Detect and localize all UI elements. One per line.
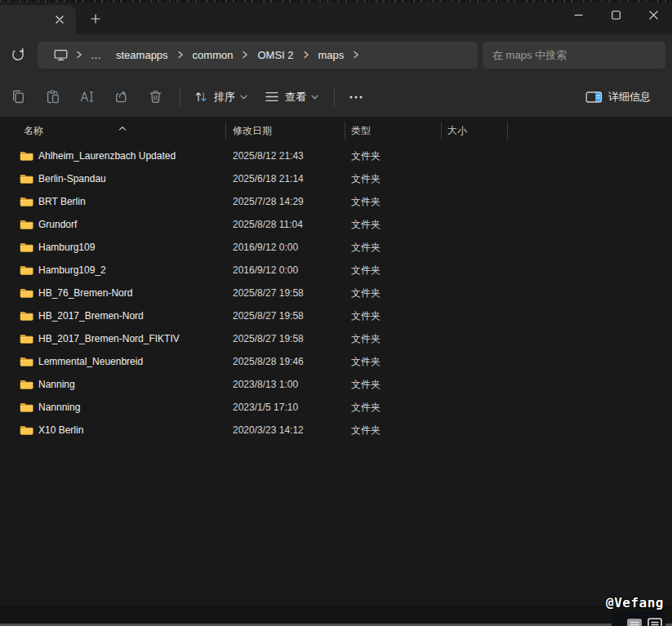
file-name-cell: X10 Berlin — [20, 419, 226, 442]
file-size — [442, 350, 508, 373]
file-name: Hamburg109 — [38, 242, 95, 253]
refresh-icon — [11, 47, 25, 62]
folder-icon — [20, 333, 33, 344]
file-name: Nannning — [38, 402, 80, 413]
refresh-button[interactable] — [5, 42, 31, 68]
breadcrumb-common[interactable]: common — [185, 46, 241, 64]
command-bar: 排序 查看 详细信息 — [0, 77, 672, 117]
file-size — [442, 396, 508, 419]
breadcrumb-overflow[interactable]: … — [84, 49, 109, 61]
file-row[interactable]: HB_2017_Bremen-Nord_FIKTIV 2025/8/27 19:… — [0, 327, 672, 350]
file-name-cell: Nannning — [20, 396, 226, 419]
title-bar — [0, 2, 672, 34]
file-row[interactable]: Lemmental_Neuenbreid 2025/8/28 19:46 文件夹 — [0, 350, 672, 373]
file-type: 文件夹 — [345, 213, 442, 236]
file-name: Hamburg109_2 — [38, 264, 106, 276]
file-row[interactable]: Ahlheim_Laurenzbach Updated 2025/8/12 21… — [0, 144, 672, 167]
breadcrumb-chevron[interactable] — [176, 51, 185, 59]
file-type: 文件夹 — [345, 259, 442, 282]
folder-icon — [20, 379, 33, 390]
file-size — [442, 327, 508, 350]
sort-button[interactable]: 排序 — [189, 82, 252, 112]
chevron-right-icon — [76, 51, 82, 59]
delete-button[interactable] — [142, 82, 169, 112]
column-header-type[interactable]: 类型 — [345, 118, 442, 143]
folder-icon — [20, 287, 33, 299]
file-row[interactable]: HB_2017_Bremen-Nord 2025/8/27 19:58 文件夹 — [0, 304, 672, 327]
file-name: Berlin-Spandau — [38, 173, 106, 184]
file-name: HB_76_Bremen-Nord — [38, 287, 132, 299]
file-row[interactable]: X10 Berlin 2020/3/23 14:12 文件夹 — [0, 419, 672, 442]
file-date-modified: 2023/8/13 1:00 — [226, 373, 345, 396]
copy-icon — [10, 88, 27, 105]
column-header-date-modified[interactable]: 修改日期 — [226, 118, 345, 143]
breadcrumb-device[interactable] — [47, 46, 74, 64]
column-header-name[interactable]: 名称 — [20, 118, 226, 143]
copy-button[interactable] — [5, 82, 32, 112]
details-pane-icon — [585, 91, 603, 104]
new-tab-button[interactable] — [84, 7, 107, 30]
file-name-cell: BRT Berlin — [20, 190, 226, 213]
file-name: Nanning — [38, 379, 75, 390]
file-name-cell: Berlin-Spandau — [20, 167, 226, 190]
address-breadcrumb-bar[interactable]: … steamapps common OMSI 2 maps — [38, 42, 478, 69]
close-icon — [56, 16, 64, 24]
breadcrumb-steamapps[interactable]: steamapps — [109, 46, 176, 64]
file-row[interactable]: Hamburg109_2 2016/9/12 0:00 文件夹 — [0, 259, 672, 282]
folder-icon — [20, 173, 33, 184]
maximize-button[interactable] — [597, 1, 634, 29]
minimize-button[interactable] — [559, 1, 597, 29]
file-name-cell: Ahlheim_Laurenzbach Updated — [20, 144, 226, 167]
breadcrumb-chevron[interactable] — [301, 51, 311, 59]
file-type: 文件夹 — [345, 236, 442, 259]
file-row[interactable]: Nanning 2023/8/13 1:00 文件夹 — [0, 373, 672, 396]
details-pane-button[interactable]: 详细信息 — [581, 82, 661, 112]
file-size — [442, 419, 508, 442]
folder-icon — [20, 196, 33, 207]
file-type: 文件夹 — [345, 396, 442, 419]
search-input[interactable] — [483, 42, 665, 69]
file-name-cell: Nanning — [20, 373, 226, 396]
file-name: Lemmental_Neuenbreid — [38, 356, 143, 367]
file-type: 文件夹 — [345, 304, 442, 327]
column-header-size[interactable]: 大小 — [442, 118, 508, 143]
file-type: 文件夹 — [345, 350, 442, 373]
status-bar — [0, 606, 672, 624]
file-row[interactable]: Hamburg109 2016/9/12 0:00 文件夹 — [0, 236, 672, 259]
tab-close-button[interactable] — [51, 11, 69, 29]
chevron-right-icon — [242, 51, 248, 59]
breadcrumb-omsi2[interactable]: OMSI 2 — [250, 46, 300, 64]
file-row[interactable]: Berlin-Spandau 2025/6/18 21:14 文件夹 — [0, 167, 672, 190]
folder-icon — [20, 310, 33, 322]
file-row[interactable]: Nannning 2023/1/5 17:10 文件夹 — [0, 396, 672, 419]
paste-button[interactable] — [39, 82, 66, 112]
share-button[interactable] — [108, 82, 135, 112]
breadcrumb-chevron[interactable] — [74, 51, 84, 59]
breadcrumb-chevron[interactable] — [351, 51, 361, 59]
folder-icon — [20, 219, 33, 230]
folder-icon — [20, 150, 33, 162]
breadcrumb-maps[interactable]: maps — [311, 46, 352, 64]
explorer-tab[interactable] — [0, 5, 76, 34]
close-window-button[interactable] — [634, 1, 672, 29]
chevron-right-icon — [177, 51, 184, 59]
folder-icon — [20, 402, 33, 413]
breadcrumb-chevron[interactable] — [240, 51, 250, 59]
file-date-modified: 2025/8/27 19:58 — [226, 304, 345, 327]
file-type: 文件夹 — [345, 419, 442, 442]
file-row[interactable]: Grundorf 2025/8/28 11:04 文件夹 — [0, 213, 672, 236]
file-date-modified: 2025/8/12 21:43 — [226, 144, 345, 167]
file-type: 文件夹 — [345, 327, 442, 350]
close-icon — [649, 11, 658, 20]
file-list-area: 名称 修改日期 类型 大小 Ahlheim_Laurenzbach Update… — [0, 117, 672, 606]
file-row[interactable]: BRT Berlin 2025/7/28 14:29 文件夹 — [0, 190, 672, 213]
more-options-button[interactable] — [343, 82, 369, 112]
file-size — [442, 190, 508, 213]
view-button[interactable]: 查看 — [260, 82, 323, 112]
file-row[interactable]: HB_76_Bremen-Nord 2025/8/27 19:58 文件夹 — [0, 282, 672, 304]
rename-button[interactable] — [73, 82, 100, 112]
file-size — [442, 259, 508, 282]
share-icon — [113, 88, 130, 105]
file-name-cell: HB_2017_Bremen-Nord_FIKTIV — [20, 327, 226, 350]
file-name-cell: HB_2017_Bremen-Nord — [20, 304, 226, 327]
